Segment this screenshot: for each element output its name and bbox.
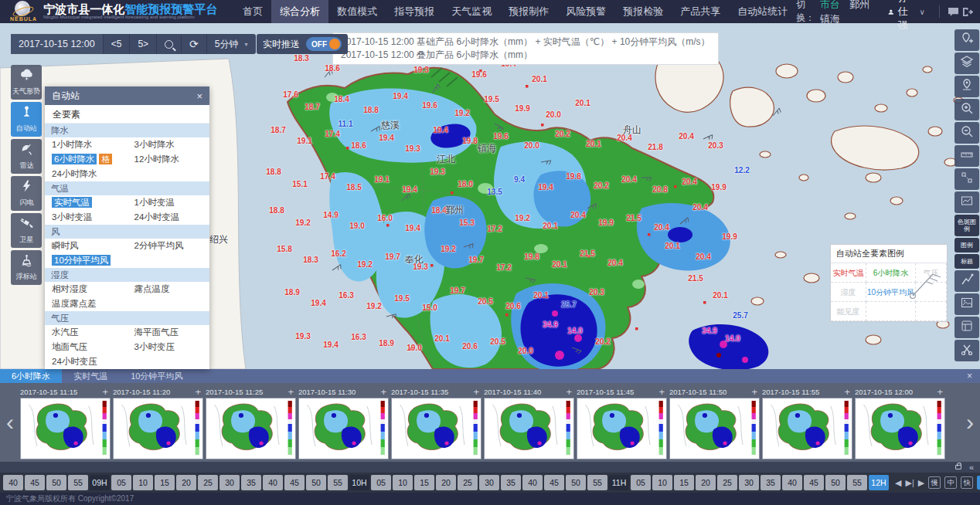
nav-item-风险预警[interactable]: 风险预警 xyxy=(557,0,614,23)
time-cell-15[interactable]: 15 xyxy=(414,475,434,490)
panel-item-3小时降水[interactable]: 3小时降水 xyxy=(128,137,210,152)
time-cell-12H[interactable]: 12H xyxy=(869,475,889,490)
time-cell-15[interactable]: 15 xyxy=(155,475,175,490)
time-cell-30[interactable]: 30 xyxy=(739,475,759,490)
tab-实时气温[interactable]: 实时气温 xyxy=(62,369,119,383)
panel-item-2分钟平均风[interactable]: 2分钟平均风 xyxy=(128,239,210,253)
nav-item-天气监视[interactable]: 天气监视 xyxy=(443,0,500,23)
panel-item-温度露点差[interactable]: 温度露点差 xyxy=(45,297,128,311)
measure-grid-button[interactable] xyxy=(954,168,979,190)
time-cell-50[interactable]: 50 xyxy=(825,475,846,490)
image-button[interactable] xyxy=(954,293,979,315)
nav-item-综合分析[interactable]: 综合分析 xyxy=(271,0,328,23)
grid-badge[interactable]: 格 xyxy=(99,154,112,164)
sidebar-item-自动站[interactable]: 自动站 xyxy=(11,102,42,137)
sidebar-item-天气形势[interactable]: 天气形势 xyxy=(11,65,42,100)
time-cell-45[interactable]: 45 xyxy=(284,475,305,490)
pin-plus-button[interactable] xyxy=(954,29,979,51)
frame-thumbnail[interactable] xyxy=(298,398,389,459)
add-frame-button[interactable]: + xyxy=(380,386,386,398)
zoom-in-button[interactable] xyxy=(954,99,979,120)
lock-icon[interactable] xyxy=(955,465,961,469)
interval-dropdown[interactable]: 5分钟▾ xyxy=(207,34,256,54)
time-cell-25[interactable]: 25 xyxy=(198,475,218,490)
sidebar-item-浮标站[interactable]: 浮标站 xyxy=(11,250,42,285)
scissors-button[interactable] xyxy=(954,340,979,361)
time-cell-35[interactable]: 35 xyxy=(241,475,261,490)
collapse-button[interactable]: « xyxy=(969,463,974,472)
frame-thumbnail[interactable] xyxy=(206,398,296,459)
step-forward-button[interactable]: ▶| xyxy=(905,475,914,490)
nav-item-数值模式[interactable]: 数值模式 xyxy=(328,0,386,23)
sidebar-item-闪电[interactable]: 闪电 xyxy=(11,176,42,211)
time-cell-25[interactable]: 25 xyxy=(717,475,737,490)
time-cell-35[interactable]: 35 xyxy=(501,475,521,490)
nav-item-自动站统计[interactable]: 自动站统计 xyxy=(729,0,796,23)
add-frame-button[interactable]: + xyxy=(102,386,108,398)
toolbar-button-标题[interactable]: 标题 xyxy=(954,254,979,269)
time-cell-50[interactable]: 50 xyxy=(306,475,326,490)
time-cell-25[interactable]: 25 xyxy=(458,475,478,490)
ruler-button[interactable] xyxy=(954,145,979,167)
marker-button[interactable] xyxy=(954,76,979,97)
panel-item-露点温度[interactable]: 露点温度 xyxy=(128,282,210,297)
time-cell-55[interactable]: 55 xyxy=(68,475,88,490)
time-cell-55[interactable]: 55 xyxy=(328,475,348,490)
frame-thumbnail[interactable] xyxy=(113,398,203,459)
nav-item-指导预报[interactable]: 指导预报 xyxy=(386,0,443,23)
time-cell-30[interactable]: 30 xyxy=(219,475,240,490)
panel-item-水汽压[interactable]: 水汽压 xyxy=(45,325,128,340)
panel-item-3小时变温[interactable]: 3小时变温 xyxy=(45,210,128,225)
frame-thumbnail[interactable] xyxy=(20,398,111,459)
step-back-button[interactable]: ◀ xyxy=(895,475,901,490)
time-cell-20[interactable]: 20 xyxy=(436,475,456,490)
time-cell-09H[interactable]: 09H xyxy=(90,475,110,490)
panel-item-10分钟平均风[interactable]: 10分钟平均风 xyxy=(45,253,128,268)
switch-station-镇海[interactable]: 镇海 xyxy=(820,13,840,25)
time-cell-55[interactable]: 55 xyxy=(847,475,867,490)
add-frame-button[interactable]: + xyxy=(844,386,850,398)
switch-station-市台[interactable]: 市台 xyxy=(820,0,840,10)
time-cell-11H[interactable]: 11H xyxy=(609,475,629,490)
time-cell-05[interactable]: 05 xyxy=(111,475,131,490)
panel-item-相对湿度[interactable]: 相对湿度 xyxy=(45,282,128,297)
frame-thumbnail[interactable] xyxy=(391,398,481,459)
layers-button[interactable] xyxy=(954,53,979,74)
time-cell-40[interactable]: 40 xyxy=(522,475,543,490)
add-frame-button[interactable]: + xyxy=(658,386,665,398)
add-frame-button[interactable]: + xyxy=(751,386,757,398)
time-cell-05[interactable]: 05 xyxy=(371,475,391,490)
panel-header[interactable]: 自动站 × xyxy=(45,86,209,105)
datetime-field[interactable]: 2017-10-15 12:00 xyxy=(11,34,104,54)
time-cell-20[interactable]: 20 xyxy=(176,475,196,490)
time-cell-50[interactable]: 50 xyxy=(46,475,66,490)
time-cell-30[interactable]: 30 xyxy=(479,475,499,490)
push-toggle[interactable]: OFF xyxy=(306,37,342,51)
add-frame-button[interactable]: + xyxy=(566,386,572,398)
time-cell-05[interactable]: 05 xyxy=(631,475,651,490)
panel-item-6小时降水[interactable]: 6小时降水格 xyxy=(45,152,128,167)
panel-item-1小时降水[interactable]: 1小时降水 xyxy=(45,137,128,152)
user-menu[interactable]: 孙仕强 ∨ xyxy=(888,0,925,32)
time-cell-45[interactable]: 45 xyxy=(544,475,564,490)
panel-item-24小时变压[interactable]: 24小时变压 xyxy=(45,354,128,369)
tab-10分钟平均风[interactable]: 10分钟平均风 xyxy=(119,369,194,383)
switch-station-鄞州[interactable]: 鄞州 xyxy=(849,0,869,10)
time-cell-55[interactable]: 55 xyxy=(587,475,607,490)
panel-item-3小时变压[interactable]: 3小时变压 xyxy=(128,340,210,354)
add-frame-button[interactable]: + xyxy=(288,386,294,398)
sidebar-item-卫星[interactable]: 卫星 xyxy=(11,213,42,248)
toolbar-button-图例[interactable]: 图例 xyxy=(954,238,979,252)
time-cell-10[interactable]: 10 xyxy=(393,475,413,490)
time-cell-40[interactable]: 40 xyxy=(263,475,283,490)
play-button[interactable]: ▶ xyxy=(918,475,924,490)
panel-item-实时气温[interactable]: 实时气温 xyxy=(45,195,128,210)
strip-prev-button[interactable]: ‹ xyxy=(0,388,20,457)
time-cell-10[interactable]: 10 xyxy=(133,475,153,490)
panel-item-1小时变温[interactable]: 1小时变温 xyxy=(128,195,210,210)
time-cell-35[interactable]: 35 xyxy=(761,475,781,490)
tab-bar-close-icon[interactable]: × xyxy=(967,371,972,381)
back-5-button[interactable]: <5 xyxy=(104,34,131,54)
map-chart-button[interactable] xyxy=(954,191,979,213)
time-cell-20[interactable]: 20 xyxy=(696,475,716,490)
